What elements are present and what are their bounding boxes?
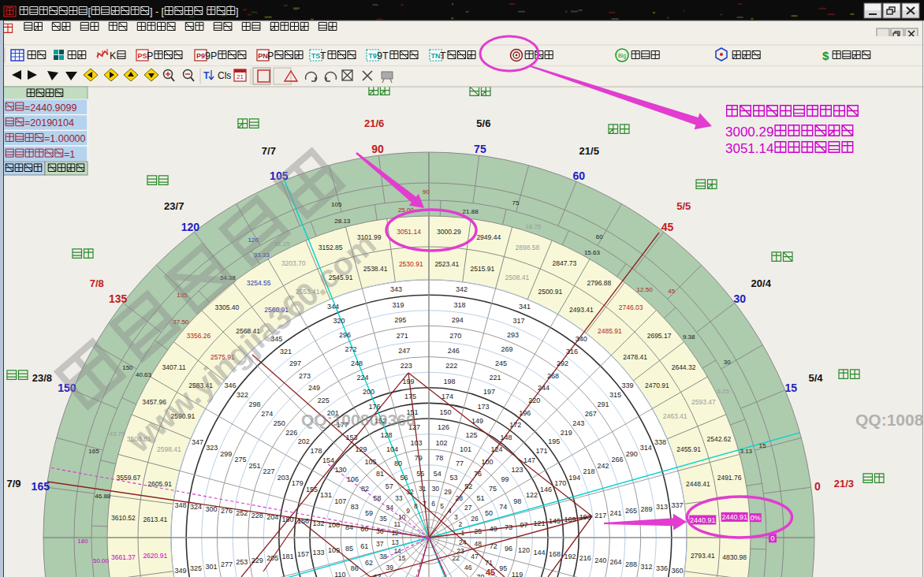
svg-text:323: 323 [206, 444, 218, 452]
svg-text:24: 24 [459, 538, 467, 546]
svg-text:6.25: 6.25 [717, 388, 729, 395]
svg-text:217: 217 [594, 512, 606, 519]
svg-text:63: 63 [374, 573, 382, 577]
svg-text:199: 199 [402, 378, 414, 385]
svg-text:338: 338 [654, 438, 666, 446]
svg-text:194: 194 [568, 474, 580, 482]
svg-text:15: 15 [398, 554, 406, 562]
svg-text:=1: =1 [64, 149, 75, 160]
svg-text:318: 318 [453, 301, 465, 309]
svg-text:2530.91: 2530.91 [399, 260, 423, 268]
svg-text:23/8: 23/8 [32, 372, 52, 384]
svg-text:12.50: 12.50 [637, 286, 654, 293]
svg-text:119: 119 [512, 571, 523, 577]
svg-text:193: 193 [579, 513, 591, 521]
svg-text:97: 97 [520, 521, 528, 529]
svg-text:222: 222 [445, 362, 457, 370]
svg-text:7/7: 7/7 [262, 145, 276, 157]
svg-text:169: 169 [564, 516, 576, 523]
svg-text:35: 35 [379, 515, 387, 523]
svg-text:129: 129 [356, 445, 367, 453]
svg-text:75: 75 [512, 199, 520, 207]
svg-text:=20190104: =20190104 [24, 117, 74, 128]
svg-text:45: 45 [486, 568, 495, 577]
svg-text:2463.41: 2463.41 [663, 412, 687, 420]
svg-text:173: 173 [478, 403, 490, 411]
svg-text:240: 240 [594, 557, 606, 564]
svg-text:3051.14: 3051.14 [397, 228, 421, 236]
svg-text:3: 3 [454, 513, 458, 521]
svg-text:293: 293 [507, 331, 519, 339]
svg-text:269: 269 [501, 345, 513, 353]
svg-text:315: 315 [609, 391, 621, 399]
svg-text:341: 341 [519, 303, 531, 311]
svg-text:149: 149 [471, 417, 483, 425]
svg-text:150: 150 [440, 408, 452, 416]
svg-text:324: 324 [190, 503, 202, 511]
svg-text:5/6: 5/6 [476, 117, 490, 129]
svg-text:47: 47 [471, 553, 479, 560]
svg-text:247: 247 [398, 347, 410, 355]
svg-text:2793.41: 2793.41 [691, 552, 715, 560]
svg-text:301: 301 [206, 563, 218, 571]
svg-text:76: 76 [474, 470, 482, 478]
svg-text:251: 251 [249, 462, 261, 470]
svg-text:81: 81 [376, 470, 384, 478]
svg-text:71: 71 [485, 559, 493, 567]
svg-text:Big: Big [618, 53, 626, 59]
svg-text:292: 292 [557, 359, 568, 367]
svg-text:31: 31 [419, 485, 427, 493]
svg-text:229: 229 [251, 557, 263, 564]
svg-text:21/3: 21/3 [834, 478, 854, 490]
svg-text:33: 33 [395, 494, 403, 502]
svg-text:K: K [110, 50, 117, 61]
svg-text:300: 300 [206, 505, 218, 513]
svg-text:147: 147 [523, 456, 535, 464]
svg-text:30: 30 [724, 359, 731, 366]
svg-text:109: 109 [328, 546, 340, 554]
svg-text:171: 171 [536, 447, 548, 455]
svg-text:14: 14 [393, 547, 401, 555]
svg-text:86: 86 [351, 564, 359, 572]
svg-text:11: 11 [393, 520, 401, 528]
svg-text:319: 319 [393, 301, 404, 309]
svg-text:277: 277 [221, 560, 233, 568]
svg-text:294: 294 [452, 316, 464, 324]
svg-text:148: 148 [500, 434, 512, 441]
svg-text:103: 103 [411, 439, 423, 447]
svg-text:70: 70 [476, 573, 484, 577]
svg-text:9P: 9P [205, 50, 217, 61]
svg-text:PN: PN [258, 52, 268, 60]
svg-text:[: [ [88, 6, 91, 17]
svg-text:124: 124 [491, 445, 503, 453]
svg-text:102: 102 [435, 439, 447, 447]
svg-text:3305.40: 3305.40 [215, 303, 240, 311]
svg-text:TN: TN [431, 52, 441, 60]
svg-text:46: 46 [464, 564, 472, 571]
svg-text:122: 122 [526, 491, 538, 499]
svg-text:PS: PS [137, 52, 147, 60]
svg-text:245: 245 [495, 359, 507, 367]
svg-text:5/5: 5/5 [676, 200, 691, 212]
svg-text:268: 268 [547, 372, 559, 380]
svg-text:321: 321 [280, 348, 292, 356]
svg-text:36: 36 [376, 527, 384, 535]
svg-text:0%: 0% [751, 514, 761, 522]
svg-text:98: 98 [513, 497, 521, 505]
svg-text:342: 342 [456, 285, 468, 293]
svg-text:271: 271 [397, 332, 408, 340]
svg-text:50.00: 50.00 [93, 557, 110, 564]
svg-text:$: $ [822, 49, 829, 62]
svg-text:165: 165 [32, 480, 50, 493]
svg-text:2620.91: 2620.91 [143, 552, 167, 560]
svg-text:3.13: 3.13 [740, 448, 753, 455]
svg-text:7/9: 7/9 [7, 478, 21, 490]
svg-text:110: 110 [334, 571, 345, 577]
svg-text:265: 265 [625, 507, 637, 515]
svg-text:3254.55: 3254.55 [247, 279, 271, 287]
svg-text:90: 90 [371, 143, 384, 155]
svg-text:22: 22 [453, 554, 460, 562]
svg-text:125: 125 [466, 431, 478, 439]
svg-text:2746.03: 2746.03 [619, 303, 643, 311]
svg-text:312: 312 [641, 563, 653, 571]
